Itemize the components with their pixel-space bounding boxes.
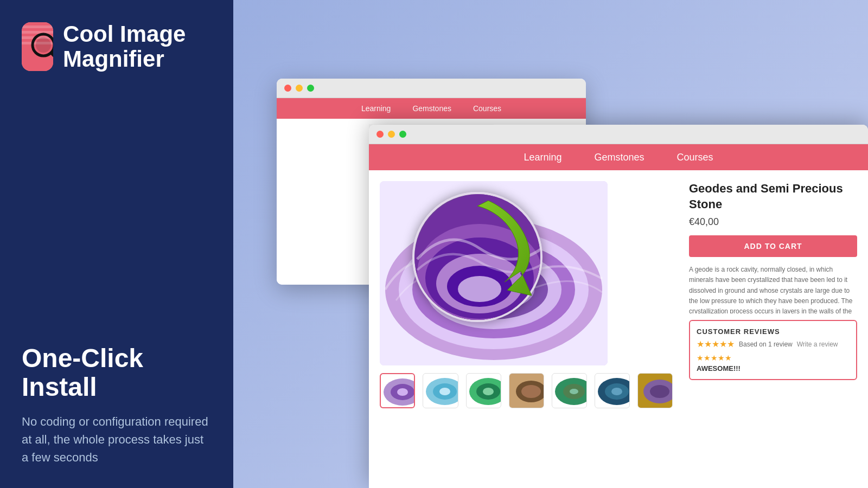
- large-nav-item-learning[interactable]: Learning: [524, 152, 561, 163]
- review-item-title: AWESOME!!!: [697, 364, 850, 373]
- app-icon: [22, 22, 53, 71]
- green-arrow: [461, 195, 570, 304]
- one-click-desc: No coding or configuration required at a…: [22, 413, 212, 466]
- small-nav-item-courses[interactable]: Courses: [473, 104, 501, 113]
- svg-point-6: [36, 37, 51, 53]
- stars-row: ★★★★★ Based on 1 review Write a review: [697, 339, 850, 349]
- review-item-stars: ★★★★★: [697, 354, 850, 362]
- svg-rect-1: [22, 25, 53, 28]
- svg-point-31: [397, 388, 408, 396]
- large-nav-item-gemstones[interactable]: Gemstones: [594, 152, 644, 163]
- main-area: Learning Gemstones Courses: [233, 0, 868, 488]
- thumb-5[interactable]: [552, 373, 587, 408]
- svg-point-34: [439, 388, 450, 395]
- thumb-6[interactable]: [595, 373, 630, 408]
- product-price: €40,00: [689, 216, 857, 228]
- reviews-title: CUSTOMER REVIEWS: [697, 328, 850, 336]
- dot-yellow[interactable]: [296, 85, 303, 92]
- bottom-thumbs: [380, 373, 673, 408]
- product-description: A geode is a rock cavity, normally close…: [689, 265, 857, 313]
- one-click-section: One-Click Install No coding or configura…: [22, 344, 212, 466]
- dot-red[interactable]: [284, 85, 291, 92]
- browser-small-titlebar: [277, 79, 586, 98]
- large-dot-green[interactable]: [399, 131, 406, 138]
- svg-rect-2: [22, 31, 53, 34]
- large-dot-red[interactable]: [376, 131, 384, 138]
- product-title: Geodes and Semi Precious Stone: [689, 181, 857, 212]
- browser-small-nav: Learning Gemstones Courses: [277, 98, 586, 119]
- app-header: Cool Image Magnifier: [22, 22, 212, 72]
- large-nav-item-courses[interactable]: Courses: [677, 152, 713, 163]
- thumb-2[interactable]: [423, 373, 458, 408]
- app-icon-stripes: [22, 22, 53, 71]
- browser-large-content: Geodes and Semi Precious Stone €40,00 AD…: [369, 170, 868, 488]
- large-dot-yellow[interactable]: [388, 131, 395, 138]
- review-based-on: Based on 1 review: [739, 341, 793, 348]
- write-review-link[interactable]: Write a review: [797, 341, 838, 348]
- thumb-4[interactable]: [509, 373, 544, 408]
- svg-point-49: [650, 385, 669, 398]
- small-nav-item-gemstones[interactable]: Gemstones: [412, 104, 451, 113]
- one-click-title: One-Click Install: [22, 344, 212, 402]
- thumb-1[interactable]: [380, 373, 415, 408]
- svg-point-37: [483, 388, 494, 395]
- add-to-cart-button[interactable]: ADD TO CART: [689, 235, 857, 257]
- browser-large-nav: Learning Gemstones Courses: [369, 144, 868, 170]
- browser-large: Learning Gemstones Courses: [369, 125, 868, 488]
- app-title: Cool Image Magnifier: [63, 22, 212, 72]
- product-right: Geodes and Semi Precious Stone €40,00 AD…: [684, 170, 868, 488]
- thumb-7[interactable]: [637, 373, 673, 408]
- svg-point-40: [521, 385, 541, 398]
- browser-large-titlebar: [369, 125, 868, 144]
- thumb-3[interactable]: [466, 373, 501, 408]
- sidebar: Cool Image Magnifier One-Click Install N…: [0, 0, 233, 488]
- reviews-section: CUSTOMER REVIEWS ★★★★★ Based on 1 review…: [689, 320, 857, 380]
- dot-green[interactable]: [307, 85, 314, 92]
- svg-point-43: [570, 389, 578, 394]
- svg-point-46: [611, 388, 622, 395]
- small-nav-item-learning[interactable]: Learning: [361, 104, 391, 113]
- rating-stars: ★★★★★: [697, 339, 735, 349]
